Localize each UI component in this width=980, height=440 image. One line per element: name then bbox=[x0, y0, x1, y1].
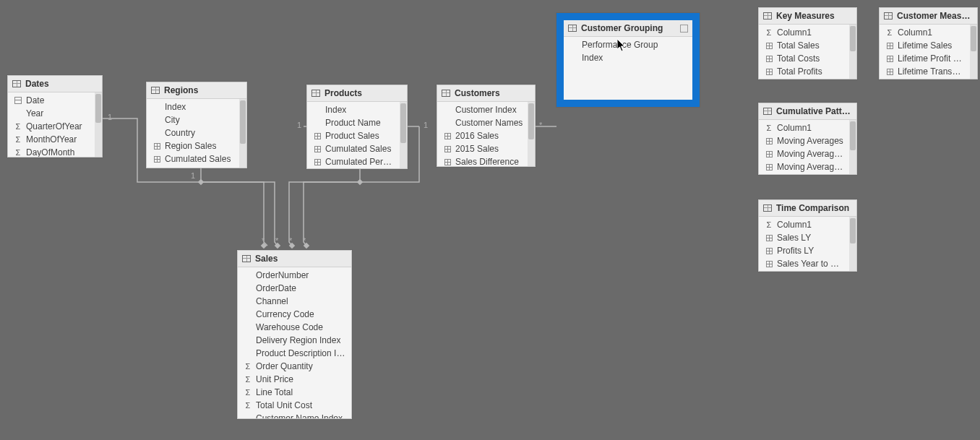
field-row[interactable]: Cumulated Sales bbox=[307, 142, 400, 155]
field-row[interactable]: Product Sales bbox=[307, 129, 400, 142]
field-row[interactable]: QuarterOfYear bbox=[8, 120, 95, 133]
scrollbar[interactable] bbox=[95, 92, 102, 157]
field-row[interactable]: Column1 bbox=[880, 26, 970, 39]
field-row[interactable]: Unit Price bbox=[238, 373, 351, 386]
field-row[interactable]: Cumulated Percenta bbox=[147, 165, 239, 168]
field-row[interactable]: Product Description Index bbox=[238, 347, 351, 360]
field-list[interactable]: Column1 Moving Averages Moving Average (… bbox=[759, 120, 849, 174]
table-sales[interactable]: Sales OrderNumber OrderDate Channel Curr… bbox=[237, 250, 352, 419]
table-dates[interactable]: Dates Date Year QuarterOfYear MonthOfYea… bbox=[7, 75, 103, 158]
field-row[interactable]: Customer Index bbox=[437, 103, 528, 116]
scroll-thumb[interactable] bbox=[528, 103, 534, 139]
field-row[interactable]: 2015 Sales bbox=[437, 142, 528, 155]
table-time-comparison[interactable]: Time Comparison Column1 Sales LY Profits… bbox=[758, 199, 857, 272]
field-row[interactable]: Line Total bbox=[238, 386, 351, 399]
field-row[interactable]: Total Unit Cost bbox=[238, 399, 351, 412]
table-header[interactable]: Regions bbox=[147, 82, 246, 99]
scrollbar[interactable] bbox=[849, 120, 856, 174]
scroll-thumb[interactable] bbox=[400, 103, 406, 143]
field-row[interactable]: City bbox=[147, 113, 239, 126]
field-row[interactable]: Lifetime Sales bbox=[880, 39, 970, 52]
field-list[interactable]: Index City Country Region Sales Cumulate… bbox=[147, 99, 239, 168]
field-row[interactable]: Total Transactions bbox=[759, 78, 849, 79]
field-row[interactable]: Index bbox=[564, 51, 692, 64]
scrollbar[interactable] bbox=[400, 102, 407, 168]
table-header[interactable]: Sales bbox=[238, 251, 351, 267]
table-customer-grouping[interactable]: Customer Grouping Performance Group Inde… bbox=[556, 13, 700, 107]
table-customer-measures[interactable]: Customer Measures Column1 Lifetime Sales… bbox=[879, 7, 978, 79]
field-row[interactable]: Index bbox=[307, 103, 400, 116]
field-row[interactable]: MonthOfYear bbox=[8, 133, 95, 146]
field-list[interactable]: Column1 Total Sales Total Costs Total Pr… bbox=[759, 25, 849, 79]
scroll-thumb[interactable] bbox=[850, 121, 856, 150]
field-row[interactable]: Customer Names bbox=[437, 116, 528, 129]
field-list[interactable]: Index Product Name Product Sales Cumulat… bbox=[307, 102, 400, 168]
scrollbar[interactable] bbox=[849, 25, 856, 79]
field-list[interactable]: Date Year QuarterOfYear MonthOfYear DayO… bbox=[8, 92, 95, 157]
field-row[interactable]: DayOfMonth bbox=[8, 146, 95, 157]
field-row[interactable]: Profits LY bbox=[759, 244, 849, 257]
field-row[interactable]: Product Name bbox=[307, 116, 400, 129]
field-list[interactable]: OrderNumber OrderDate Channel Currency C… bbox=[238, 267, 351, 418]
field-row[interactable]: OrderNumber bbox=[238, 269, 351, 282]
table-header[interactable]: Cumulative Patterns bbox=[759, 103, 856, 120]
field-list[interactable]: Column1 Lifetime Sales Lifetime Profit M… bbox=[880, 25, 970, 79]
scrollbar[interactable] bbox=[528, 102, 535, 166]
table-header[interactable]: Time Comparison bbox=[759, 200, 856, 217]
table-regions[interactable]: Regions Index City Country Region Sales … bbox=[146, 82, 247, 168]
field-row[interactable]: Column1 bbox=[759, 218, 849, 231]
field-row[interactable]: Delivery Region Index bbox=[238, 334, 351, 347]
field-row[interactable]: Region Sales bbox=[147, 139, 239, 152]
field-row[interactable]: Moving Average (2) bbox=[759, 147, 849, 160]
field-row[interactable]: Currency Code bbox=[238, 308, 351, 321]
scroll-thumb[interactable] bbox=[240, 100, 246, 144]
field-row[interactable]: Performance Group bbox=[564, 38, 692, 51]
field-row[interactable]: Total Costs bbox=[759, 52, 849, 65]
scrollbar[interactable] bbox=[970, 25, 977, 79]
field-row[interactable]: Date bbox=[8, 94, 95, 107]
field-row[interactable]: Customer Name Index bbox=[238, 412, 351, 418]
field-row[interactable]: Channel bbox=[238, 295, 351, 308]
field-row[interactable]: Sales LY bbox=[759, 231, 849, 244]
scrollbar[interactable] bbox=[849, 217, 856, 271]
field-row[interactable]: Cumulated Sales bbox=[147, 152, 239, 165]
scrollbar[interactable] bbox=[239, 99, 246, 168]
field-row[interactable]: OrderDate bbox=[238, 282, 351, 295]
scroll-thumb[interactable] bbox=[850, 218, 856, 243]
field-row[interactable]: Total Profits bbox=[759, 65, 849, 78]
field-row[interactable]: Moving Average (No bbox=[759, 160, 849, 173]
table-header[interactable]: Products bbox=[307, 85, 407, 102]
field-row[interactable]: Sales Year to Date LY bbox=[759, 270, 849, 271]
field-list[interactable]: Customer Index Customer Names 2016 Sales… bbox=[437, 102, 528, 166]
field-row[interactable]: Country bbox=[147, 126, 239, 139]
table-header[interactable]: Customer Measures bbox=[880, 8, 977, 25]
field-row[interactable]: Index bbox=[147, 100, 239, 113]
table-key-measures[interactable]: Key Measures Column1 Total Sales Total C… bbox=[758, 7, 857, 79]
field-row[interactable]: Column1 bbox=[759, 26, 849, 39]
model-canvas[interactable]: 1 1 1 1 * 1 * * * * Dates Date Year Quar… bbox=[0, 0, 980, 440]
table-header[interactable]: Customers bbox=[437, 85, 535, 102]
field-row[interactable]: Sales Year to Date bbox=[759, 257, 849, 270]
field-row[interactable]: Total Sales bbox=[759, 39, 849, 52]
scroll-thumb[interactable] bbox=[850, 26, 856, 51]
table-header[interactable]: Key Measures bbox=[759, 8, 856, 25]
field-row[interactable]: 2016 Sales bbox=[437, 129, 528, 142]
table-cumulative-patterns[interactable]: Cumulative Patterns Column1 Moving Avera… bbox=[758, 103, 857, 175]
field-row[interactable]: Column1 bbox=[759, 121, 849, 134]
field-row[interactable]: Year bbox=[8, 107, 95, 120]
field-row[interactable]: Lifetime Transactions bbox=[880, 65, 970, 78]
table-customers[interactable]: Customers Customer Index Customer Names … bbox=[437, 85, 536, 167]
scroll-thumb[interactable] bbox=[971, 26, 976, 51]
field-row[interactable]: Sales Difference bbox=[437, 155, 528, 166]
field-row[interactable]: Cumulated Percentag bbox=[307, 155, 400, 168]
field-row[interactable]: Lifetime Profit Margi bbox=[880, 52, 970, 65]
scroll-thumb[interactable] bbox=[95, 94, 101, 123]
field-list[interactable]: Column1 Sales LY Profits LY Sales Year t… bbox=[759, 217, 849, 271]
field-row[interactable]: Warehouse Code bbox=[238, 321, 351, 334]
field-row[interactable]: Moving Averages bbox=[759, 134, 849, 147]
table-menu-icon[interactable] bbox=[680, 25, 688, 33]
table-header[interactable]: Customer Grouping bbox=[564, 20, 692, 37]
table-header[interactable]: Dates bbox=[8, 76, 102, 92]
table-products[interactable]: Products Index Product Name Product Sale… bbox=[306, 85, 408, 169]
field-list[interactable]: Performance Group Index bbox=[564, 37, 692, 100]
